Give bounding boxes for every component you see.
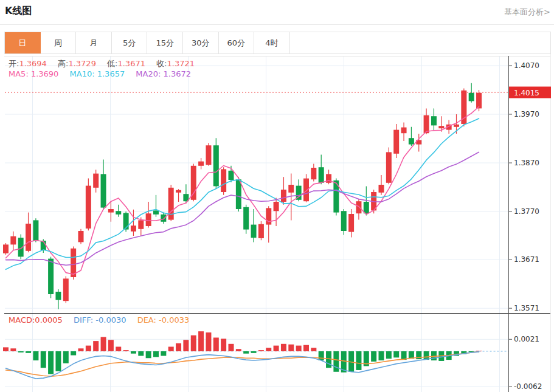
svg-text:1.3970: 1.3970 <box>514 110 539 119</box>
period-tab-3[interactable]: 月 <box>76 32 112 53</box>
period-tab-5[interactable]: 15分 <box>147 32 183 53</box>
svg-text:1.4070: 1.4070 <box>514 61 539 70</box>
period-tab-1[interactable]: 日 <box>5 32 41 53</box>
svg-text:-0.0062: -0.0062 <box>514 382 542 391</box>
svg-text:1.3671: 1.3671 <box>514 255 539 264</box>
svg-text:1.3870: 1.3870 <box>514 159 539 167</box>
period-tab-4[interactable]: 5分 <box>112 32 148 53</box>
period-tabs: 日周月5分15分30分60分4时 <box>4 32 551 54</box>
svg-text:0.0021: 0.0021 <box>514 335 539 343</box>
svg-text:1.4015: 1.4015 <box>514 89 539 97</box>
period-tab-6[interactable]: 30分 <box>183 32 219 53</box>
svg-text:1.3770: 1.3770 <box>514 207 539 216</box>
period-tab-8[interactable]: 4时 <box>254 32 290 53</box>
svg-text:1.3571: 1.3571 <box>514 304 539 312</box>
period-tab-7[interactable]: 60分 <box>219 32 255 53</box>
kline-chart-canvas[interactable]: 1.40701.39701.38701.37701.36711.35710.00… <box>0 0 554 392</box>
period-tab-2[interactable]: 周 <box>41 32 77 53</box>
tab-strip-filler <box>290 32 550 53</box>
